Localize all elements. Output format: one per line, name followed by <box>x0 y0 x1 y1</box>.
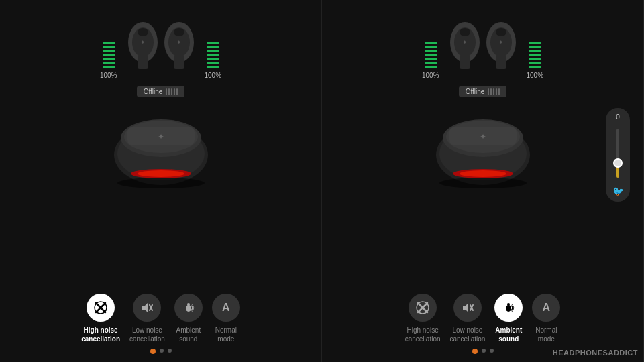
right-high-noise-label: High noisecancellation <box>405 326 441 343</box>
svg-point-50 <box>506 305 511 312</box>
right-high-noise-icon <box>409 294 437 322</box>
bar-7 <box>103 66 115 68</box>
svg-point-17 <box>138 170 184 177</box>
r-low-noise-svg <box>460 300 475 315</box>
left-ambient-icon <box>174 294 203 322</box>
rbar-7 <box>207 66 219 68</box>
svg-point-18 <box>117 178 205 188</box>
r-left-battery-block: 100% <box>422 42 439 79</box>
left-dot-1[interactable] <box>150 349 156 354</box>
left-earbuds-image: ✦ ✦ <box>117 12 205 79</box>
left-case-container: ✦ <box>107 101 215 188</box>
r-right-battery-block: 100% <box>527 42 544 79</box>
left-normal-label: Normalmode <box>215 326 237 343</box>
left-mode-ambient[interactable]: Ambientsound <box>174 294 203 343</box>
svg-text:✦: ✦ <box>462 39 468 46</box>
bar-3 <box>103 50 115 52</box>
svg-rect-3 <box>138 56 148 69</box>
right-battery-block: 100% <box>205 42 222 79</box>
rbar-1 <box>207 42 219 44</box>
r-dot-line-1 <box>488 88 489 95</box>
dot-line-1 <box>166 88 167 95</box>
svg-rect-8 <box>174 56 184 69</box>
right-normal-a: A <box>543 302 551 314</box>
right-dot-1[interactable] <box>472 349 478 354</box>
right-offline-label: Offline <box>466 88 485 95</box>
right-low-noise-icon <box>453 294 482 322</box>
r-offline-dots <box>488 88 500 95</box>
right-case-container: ✦ <box>429 101 537 188</box>
volume-bird-icon: 🐦 <box>612 186 624 196</box>
watermark: HEADPHONESADDICT <box>553 349 638 357</box>
left-normal-icon: A <box>212 294 240 322</box>
left-battery-bars <box>103 42 115 68</box>
volume-value: 0 <box>616 113 620 121</box>
right-mode-low-noise[interactable]: Low noisecancellation <box>450 294 486 343</box>
svg-text:✦: ✦ <box>176 39 182 46</box>
right-mode-high-noise[interactable]: High noisecancellation <box>405 294 441 343</box>
left-case-svg: ✦ <box>107 101 215 188</box>
dot-line-5 <box>176 88 178 95</box>
r-bar-2 <box>425 46 437 48</box>
svg-rect-29 <box>460 56 470 69</box>
right-mode-ambient[interactable]: Ambientsound <box>494 294 523 343</box>
bar-1 <box>103 42 115 44</box>
svg-point-51 <box>507 303 510 306</box>
right-ambient-label: Ambientsound <box>495 326 522 343</box>
r-dot-line-4 <box>496 88 497 95</box>
r-dot-line-5 <box>498 88 500 95</box>
left-low-noise-icon <box>133 294 161 322</box>
left-battery-block: 100% <box>100 42 117 79</box>
right-earbuds-image: ✦ ✦ <box>439 12 527 79</box>
right-dot-2[interactable] <box>482 349 486 353</box>
right-ambient-icon <box>494 294 523 322</box>
rbar-2 <box>207 46 219 48</box>
r-dot-line-3 <box>493 88 494 95</box>
left-mode-high-noise[interactable]: High noisecancellation <box>81 294 120 343</box>
svg-point-28 <box>460 28 470 36</box>
bar-5 <box>103 58 115 60</box>
left-offline-label: Offline <box>144 88 163 95</box>
left-high-noise-label: High noisecancellation <box>81 326 120 343</box>
volume-track[interactable] <box>616 129 619 178</box>
right-panel: 100% ✦ ✦ <box>322 0 644 362</box>
r-ambient-svg <box>501 300 516 315</box>
right-battery-bars <box>207 42 219 68</box>
r-earbuds-svg: ✦ ✦ <box>439 19 527 79</box>
left-mode-low-noise[interactable]: Low noisecancellation <box>129 294 165 343</box>
r-right-battery-bars <box>529 42 541 68</box>
r-bar-3 <box>425 50 437 52</box>
volume-thumb[interactable] <box>613 158 623 168</box>
r-rbar-7 <box>529 66 541 68</box>
right-top-row: 100% ✦ ✦ <box>329 12 637 79</box>
rbar-4 <box>207 54 219 56</box>
svg-point-25 <box>187 303 190 306</box>
svg-text:✦: ✦ <box>498 39 504 46</box>
r-dot-line-2 <box>490 88 492 95</box>
r-bar-4 <box>425 54 437 56</box>
r-rbar-1 <box>529 42 541 44</box>
svg-point-2 <box>138 28 148 36</box>
dot-line-4 <box>174 88 175 95</box>
svg-rect-34 <box>496 56 506 69</box>
r-rbar-6 <box>529 62 541 64</box>
earbuds-svg: ✦ ✦ <box>117 19 205 79</box>
svg-text:✦: ✦ <box>480 132 486 141</box>
left-dot-3[interactable] <box>168 349 172 353</box>
left-offline-badge: Offline <box>137 86 185 97</box>
right-low-noise-label: Low noisecancellation <box>450 326 486 343</box>
right-offline-badge: Offline <box>459 86 507 97</box>
rbar-6 <box>207 62 219 64</box>
right-dot-3[interactable] <box>490 349 494 353</box>
offline-dots <box>166 88 178 95</box>
r-rbar-5 <box>529 58 541 60</box>
rbar-3 <box>207 50 219 52</box>
right-modes-row: High noisecancellation Low noisecancella… <box>329 294 637 343</box>
right-mode-normal[interactable]: A Normalmode <box>532 294 560 343</box>
r-bar-5 <box>425 58 437 60</box>
left-mode-normal[interactable]: A Normalmode <box>212 294 240 343</box>
left-dot-2[interactable] <box>160 349 164 353</box>
r-right-battery-pct: 100% <box>527 72 544 79</box>
ambient-svg <box>181 300 196 315</box>
volume-slider[interactable]: 0 🐦 <box>606 108 630 202</box>
